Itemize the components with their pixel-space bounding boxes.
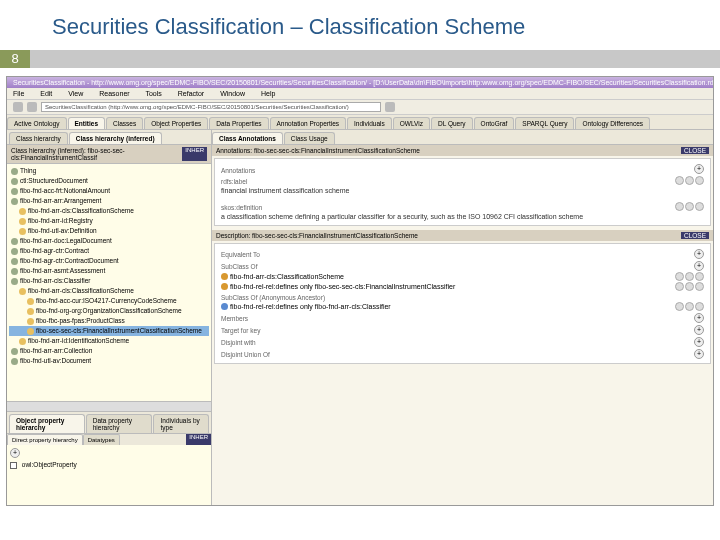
tree-node[interactable]: fibo-fnd-agr-ctr:Contract (9, 246, 209, 256)
subclass-label: SubClass Of (221, 263, 258, 270)
tab-ontology-diff[interactable]: Ontology Differences (575, 117, 650, 129)
tree-node[interactable]: fibo-fnd-arr-arr:Arrangement (9, 196, 209, 206)
tree-node-label: fibo-fnd-agr-ctr:Contract (20, 247, 89, 254)
tab-ontograf[interactable]: OntoGraf (474, 117, 515, 129)
edit-icon[interactable] (675, 282, 684, 291)
delete-icon[interactable] (695, 272, 704, 281)
class-icon (11, 358, 18, 365)
annotations-header-text: Annotations: fibo-sec-sec-cls:FinancialI… (216, 147, 420, 154)
menu-file[interactable]: File (13, 90, 24, 97)
edit-icon[interactable] (675, 302, 684, 311)
info-icon[interactable] (685, 282, 694, 291)
class-tree[interactable]: Thingctl:StructuredDocumentfibo-fnd-acc-… (7, 164, 211, 401)
tree-scrollbar[interactable] (7, 401, 211, 411)
menu-tools[interactable]: Tools (145, 90, 161, 97)
tab-dlquery[interactable]: DL Query (431, 117, 473, 129)
back-icon[interactable] (13, 102, 23, 112)
class-icon (11, 268, 18, 275)
info-icon[interactable] (685, 272, 694, 281)
menu-reasoner[interactable]: Reasoner (99, 90, 129, 97)
menu-refactor[interactable]: Refactor (178, 90, 204, 97)
tree-node[interactable]: fibo-fnd-arr-id:IdentificationScheme (9, 336, 209, 346)
add-union-button[interactable]: + (694, 349, 704, 359)
subtab2-datatypes[interactable]: Datatypes (83, 434, 120, 445)
menu-view[interactable]: View (68, 90, 83, 97)
class-icon (11, 188, 18, 195)
edit-icon[interactable] (675, 202, 684, 211)
info-icon[interactable] (685, 302, 694, 311)
subtab2-direct[interactable]: Direct property hierarchy (7, 434, 83, 445)
class-icon (11, 238, 18, 245)
tab-active-ontology[interactable]: Active Ontology (7, 117, 67, 129)
subtab-individuals[interactable]: Individuals by type (153, 414, 209, 433)
delete-icon[interactable] (695, 282, 704, 291)
class-icon (11, 168, 18, 175)
union-label: Disjoint Union Of (221, 351, 270, 358)
edit-icon[interactable] (675, 272, 684, 281)
tree-node[interactable]: fibo-fnd-utl-av:Definition (9, 226, 209, 236)
class-icon (27, 318, 34, 325)
add-disjoint-button[interactable]: + (694, 337, 704, 347)
tab-classes[interactable]: Classes (106, 117, 143, 129)
delete-icon[interactable] (695, 176, 704, 185)
edit-icon[interactable] (675, 176, 684, 185)
ontology-iri-field[interactable]: SecuritiesClassification (http://www.omg… (41, 102, 381, 112)
subclass-item-2[interactable]: fibo-fnd-rel-rel:defines only fibo-sec-s… (221, 283, 455, 290)
annotations-body: Annotations + rdfs:label financial instr… (214, 158, 711, 226)
menu-window[interactable]: Window (220, 90, 245, 97)
anon-item-1[interactable]: fibo-fnd-rel-rel:defines only fibo-fnd-a… (221, 303, 391, 310)
tree-node[interactable]: fibo-sec-sec-cls:FinancialInstrumentClas… (9, 326, 209, 336)
tree-node[interactable]: Thing (9, 166, 209, 176)
checkbox-icon[interactable] (10, 462, 17, 469)
tree-node[interactable]: fibo-fnd-arr-asmt:Assessment (9, 266, 209, 276)
slide-number: 8 (0, 50, 30, 68)
forward-icon[interactable] (27, 102, 37, 112)
tree-node[interactable]: fibo-fnd-acc-cur:ISO4217-CurrencyCodeSch… (9, 296, 209, 306)
tab-entities[interactable]: Entities (68, 117, 105, 129)
tree-node[interactable]: fibo-fnd-arr-id:Registry (9, 216, 209, 226)
subtab-class-hierarchy-inferred[interactable]: Class hierarchy (inferred) (69, 132, 162, 144)
search-icon[interactable] (385, 102, 395, 112)
info-icon[interactable] (685, 202, 694, 211)
menu-edit[interactable]: Edit (40, 90, 52, 97)
add-property-button[interactable]: + (10, 448, 20, 458)
subtab-data-prop[interactable]: Data property hierarchy (86, 414, 153, 433)
add-equiv-button[interactable]: + (694, 249, 704, 259)
tab-data-properties[interactable]: Data Properties (209, 117, 268, 129)
tab-sparql[interactable]: SPARQL Query (515, 117, 574, 129)
add-subclass-button[interactable]: + (694, 261, 704, 271)
tab-individuals[interactable]: Individuals (347, 117, 392, 129)
tree-node[interactable]: fibo-fnd-arr-cls:ClassificationScheme (9, 286, 209, 296)
tree-node[interactable]: ctl:StructuredDocument (9, 176, 209, 186)
menu-help[interactable]: Help (261, 90, 275, 97)
description-close[interactable]: CLOSE (681, 232, 709, 239)
tree-node[interactable]: fibo-fnd-arr-cls:ClassificationScheme (9, 206, 209, 216)
subtab-obj-prop[interactable]: Object property hierarchy (9, 414, 85, 433)
tree-node[interactable]: fibo-fnd-org-org:OrganizationClassificat… (9, 306, 209, 316)
tree-node-label: fibo-fnd-arr-arr:Collection (20, 347, 92, 354)
delete-icon[interactable] (695, 302, 704, 311)
tree-node[interactable]: fibo-fnd-agr-ctr:ContractDocument (9, 256, 209, 266)
property-item[interactable]: owl:ObjectProperty (10, 461, 208, 469)
add-annotation-button[interactable]: + (694, 164, 704, 174)
tab-object-properties[interactable]: Object Properties (144, 117, 208, 129)
tab-annotation-properties[interactable]: Annotation Properties (270, 117, 347, 129)
rtab-annotations[interactable]: Class Annotations (212, 132, 283, 144)
add-members-button[interactable]: + (694, 313, 704, 323)
subtab-class-hierarchy[interactable]: Class hierarchy (9, 132, 68, 144)
tree-node[interactable]: fibo-fbc-pas-fpas:ProductClass (9, 316, 209, 326)
info-icon[interactable] (685, 176, 694, 185)
subclass-item-1[interactable]: fibo-fnd-arr-cls:ClassificationScheme (221, 273, 344, 280)
delete-icon[interactable] (695, 202, 704, 211)
tree-node[interactable]: fibo-fnd-arr-arr:Collection (9, 346, 209, 356)
tree-node-label: Thing (20, 167, 36, 174)
annotations-close[interactable]: CLOSE (681, 147, 709, 154)
tree-node[interactable]: fibo-fnd-acc-frt:NotionalAmount (9, 186, 209, 196)
class-icon (11, 348, 18, 355)
tab-owlviz[interactable]: OWLViz (393, 117, 430, 129)
add-target-button[interactable]: + (694, 325, 704, 335)
tree-node[interactable]: fibo-fnd-arr-cls:Classifier (9, 276, 209, 286)
rtab-usage[interactable]: Class Usage (284, 132, 335, 144)
tree-node[interactable]: fibo-fnd-utl-av:Document (9, 356, 209, 366)
tree-node[interactable]: fibo-fnd-arr-doc:LegalDocument (9, 236, 209, 246)
